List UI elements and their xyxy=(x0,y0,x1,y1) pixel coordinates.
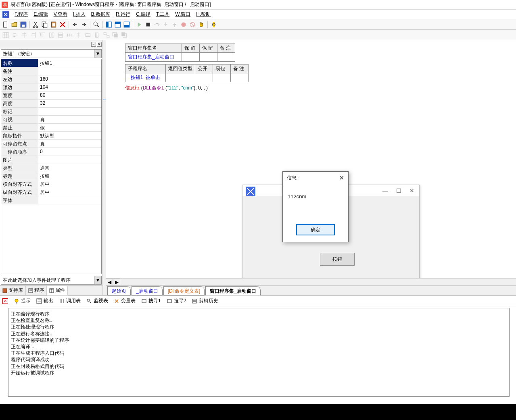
prop-value[interactable] xyxy=(38,67,101,75)
prop-value[interactable]: 按钮 xyxy=(38,172,101,180)
prop-name[interactable]: 类型 xyxy=(1,164,38,172)
prop-name[interactable]: 字体 xyxy=(1,196,38,204)
prop-value[interactable]: 真 xyxy=(38,140,101,148)
prop-name[interactable]: 可停留焦点 xyxy=(1,140,38,148)
btab-calltable[interactable]: 调用表 xyxy=(56,296,83,306)
prop-name[interactable]: 宽度 xyxy=(1,91,38,99)
prop-row[interactable]: 图片 xyxy=(1,156,101,164)
tab-start-window[interactable]: _启动窗口 xyxy=(132,286,163,295)
tab-properties[interactable]: 属性 xyxy=(47,286,68,295)
cell[interactable] xyxy=(195,73,213,82)
panel-close-icon[interactable]: ✕ xyxy=(2,298,8,304)
btab-output[interactable]: 输出 xyxy=(34,296,56,306)
cell[interactable] xyxy=(217,53,235,62)
open-icon[interactable] xyxy=(10,21,19,29)
stop-icon[interactable] xyxy=(144,21,152,29)
prop-name[interactable]: 标题 xyxy=(1,172,38,180)
tab-dll-def[interactable]: [Dll命令定义表] xyxy=(163,286,205,295)
prop-value[interactable]: 104 xyxy=(38,83,101,91)
prop-row[interactable]: 可视真 xyxy=(1,116,101,124)
prop-row[interactable]: 备注 xyxy=(1,67,101,75)
cell[interactable] xyxy=(213,73,231,82)
prop-row[interactable]: 横向对齐方式居中 xyxy=(1,180,101,188)
paste-icon[interactable] xyxy=(50,21,58,29)
object-selector[interactable]: ▼ xyxy=(1,49,102,58)
layout2-icon[interactable] xyxy=(114,21,122,29)
btab-search1[interactable]: 搜寻1 xyxy=(139,296,163,306)
redo-icon[interactable] xyxy=(80,21,88,29)
close-button[interactable]: ✕ xyxy=(409,187,414,194)
prop-row[interactable]: 名称按钮1 xyxy=(1,59,101,67)
btab-vars[interactable]: 变量表 xyxy=(111,296,138,306)
close-icon[interactable]: ✕ xyxy=(339,174,344,182)
cell[interactable] xyxy=(182,53,200,62)
prop-row[interactable]: 高度32 xyxy=(1,100,101,108)
prop-row[interactable]: 标记 xyxy=(1,108,101,116)
prop-name[interactable]: 图片 xyxy=(1,156,38,164)
menu-help[interactable]: H.帮助 xyxy=(194,10,213,19)
prop-row[interactable]: 标题按钮 xyxy=(1,172,101,180)
cell[interactable] xyxy=(166,73,195,82)
cell-sub-name[interactable]: _按钮1_被单击 xyxy=(125,73,166,82)
panel-close-icon[interactable]: ✕ xyxy=(97,42,102,47)
find-icon[interactable] xyxy=(92,21,100,29)
prop-row[interactable]: 左边160 xyxy=(1,75,101,83)
undo-icon[interactable] xyxy=(71,21,79,29)
prop-value[interactable]: 按钮1 xyxy=(38,59,101,67)
object-selector-input[interactable] xyxy=(1,50,94,58)
cell-class-name[interactable]: 窗口程序集_启动窗口 xyxy=(125,53,182,62)
properties-grid[interactable]: 名称按钮1备注左边160顶边104宽度80高度32标记可视真禁止假鼠标指针默认型… xyxy=(1,59,102,274)
hand-icon[interactable] xyxy=(197,21,205,29)
new-icon[interactable] xyxy=(2,21,10,29)
menu-tools[interactable]: T.工具 xyxy=(154,10,172,19)
cell[interactable] xyxy=(231,73,249,82)
btab-watch[interactable]: 监视表 xyxy=(84,296,111,306)
prop-row[interactable]: 鼠标指针默认型 xyxy=(1,132,101,140)
prop-value[interactable] xyxy=(38,196,101,204)
menu-program[interactable]: F.程序 xyxy=(12,10,30,19)
prop-value[interactable]: 通常 xyxy=(38,164,101,172)
menu-view[interactable]: V.查看 xyxy=(51,10,70,19)
tab-program[interactable]: 程序 xyxy=(26,286,47,295)
prop-row[interactable]: 类型通常 xyxy=(1,164,101,172)
prop-value[interactable]: 默认型 xyxy=(38,132,101,139)
prop-row[interactable]: 禁止假 xyxy=(1,124,101,132)
code-line[interactable]: 信息框 (DLL命令1 ("112", "cnm"), 0, , ) xyxy=(125,85,513,91)
prop-name[interactable]: 左边 xyxy=(1,75,38,83)
msgbox-ok-button[interactable]: 确定 xyxy=(296,224,335,235)
prop-row[interactable]: 宽度80 xyxy=(1,91,101,100)
delete-icon[interactable] xyxy=(58,21,67,29)
prop-value[interactable]: 80 xyxy=(38,91,101,99)
dropdown-icon[interactable]: ▼ xyxy=(94,50,101,58)
menu-compile[interactable]: C.编译 xyxy=(134,10,153,19)
prop-name[interactable]: 鼠标指针 xyxy=(1,132,38,139)
prop-name[interactable]: 横向对齐方式 xyxy=(1,180,38,188)
prop-name[interactable]: 高度 xyxy=(1,100,38,107)
prop-row[interactable]: 可停留焦点真 xyxy=(1,140,101,148)
tab-start-page[interactable]: 起始页 xyxy=(107,286,131,295)
maximize-button[interactable]: ☐ xyxy=(396,187,401,194)
menu-database[interactable]: B.数据库 xyxy=(89,10,113,19)
tab-support-lib[interactable]: 支持库 xyxy=(0,286,26,295)
prop-name[interactable]: 标记 xyxy=(1,108,38,115)
prop-name[interactable]: 纵向对齐方式 xyxy=(1,188,38,196)
layout3-icon[interactable] xyxy=(123,21,131,29)
cell[interactable] xyxy=(200,53,217,62)
prop-value[interactable] xyxy=(38,108,101,115)
table-row[interactable]: 窗口程序集_启动窗口 xyxy=(125,53,235,62)
minimize-button[interactable]: — xyxy=(382,187,388,194)
prop-row[interactable]: 纵向对齐方式居中 xyxy=(1,188,101,196)
prop-name[interactable]: 停留顺序 xyxy=(1,148,38,156)
menu-window[interactable]: W.窗口 xyxy=(173,10,193,19)
prop-row[interactable]: 顶边104 xyxy=(1,83,101,91)
btab-hint[interactable]: 提示 xyxy=(11,296,33,306)
save-icon[interactable] xyxy=(19,21,27,29)
btab-search2[interactable]: 搜寻2 xyxy=(164,296,189,306)
prop-name[interactable]: 名称 xyxy=(1,59,38,67)
prop-value[interactable]: 假 xyxy=(38,124,101,131)
collapse-arrow-icon[interactable]: ← xyxy=(102,97,105,102)
layout1-icon[interactable] xyxy=(105,21,113,29)
prop-value[interactable]: 真 xyxy=(38,116,101,123)
table-row[interactable]: _按钮1_被单击 xyxy=(125,73,249,82)
prop-value[interactable]: 居中 xyxy=(38,188,101,196)
